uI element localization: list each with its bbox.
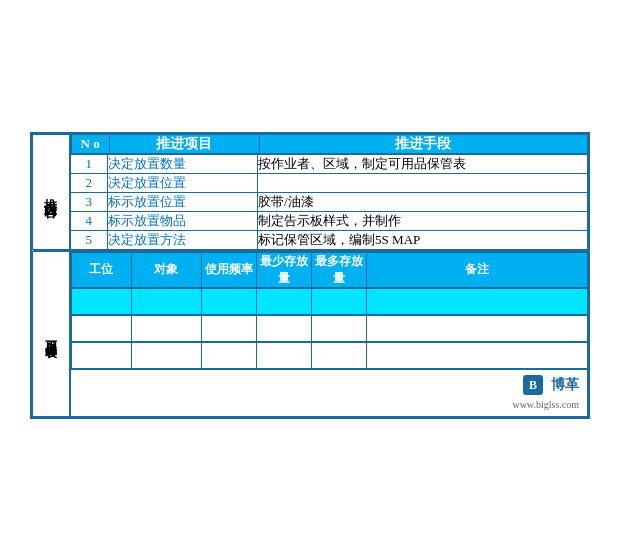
row5-method: 标记保管区域，编制5S MAP — [258, 231, 588, 250]
header-method: 推进手段 — [259, 135, 587, 154]
row3-method: 胶带/油漆 — [258, 193, 588, 212]
col-header-frequency: 使用频率 — [201, 252, 256, 287]
section2-header-row: 工位 对象 使用频率 最少存放量 最多存放量 备注 — [71, 252, 587, 287]
header-item: 推进项目 — [109, 135, 259, 154]
row1-no: 1 — [70, 155, 108, 174]
col-header-max: 最多存放量 — [311, 252, 366, 287]
section2-data-row-3 — [33, 342, 588, 370]
section2-row: 可用品保管表 工位 对象 使用频率 最少存放量 最多存放量 备注 — [33, 252, 588, 288]
svg-text:B: B — [529, 378, 537, 392]
row3-item: 标示放置位置 — [108, 193, 258, 212]
table-row: 3 标示放置位置 胶带/油漆 — [33, 193, 588, 212]
logo-icon: B — [522, 374, 544, 396]
row4-no: 4 — [70, 212, 108, 231]
row4-item: 标示放置物品 — [108, 212, 258, 231]
row5-no: 5 — [70, 231, 108, 250]
section2-data-row-2 — [33, 315, 588, 342]
logo-row: B 博革 www.biglss.com — [33, 369, 588, 416]
row3-no: 3 — [70, 193, 108, 212]
table-row: 4 标示放置物品 制定告示板样式，并制作 — [33, 212, 588, 231]
row2-item: 决定放置位置 — [108, 174, 258, 193]
col-header-min: 最少存放量 — [256, 252, 311, 287]
row1-method: 按作业者、区域，制定可用品保管表 — [258, 155, 588, 174]
col-header-workstation: 工位 — [71, 252, 131, 287]
section1-row: 推进内容 N o 推进项目 推进手段 — [33, 134, 588, 155]
col-header-note: 备注 — [366, 252, 587, 287]
main-table: 推进内容 N o 推进项目 推进手段 1 决定放置数量 按 — [32, 134, 588, 417]
section2-label: 可用品保管表 — [33, 252, 70, 417]
col-header-object: 对象 — [131, 252, 201, 287]
section2-label-text: 可用品保管表 — [42, 331, 59, 337]
table-row: 2 决定放置位置 — [33, 174, 588, 193]
row4-method: 制定告示板样式，并制作 — [258, 212, 588, 231]
logo-url: www.biglss.com — [512, 399, 579, 410]
section1-label: 推进内容 — [33, 134, 70, 250]
row2-no: 2 — [70, 174, 108, 193]
header-no: N o — [71, 135, 109, 154]
section2-data-row-1 — [33, 288, 588, 315]
row5-item: 决定放置方法 — [108, 231, 258, 250]
section1-label-text: 推进内容 — [42, 188, 60, 196]
row1-item: 决定放置数量 — [108, 155, 258, 174]
table-row: 1 决定放置数量 按作业者、区域，制定可用品保管表 — [33, 155, 588, 174]
table-row: 5 决定放置方法 标记保管区域，编制5S MAP — [33, 231, 588, 250]
logo-brand: 博革 — [551, 377, 579, 392]
row2-method — [258, 174, 588, 193]
